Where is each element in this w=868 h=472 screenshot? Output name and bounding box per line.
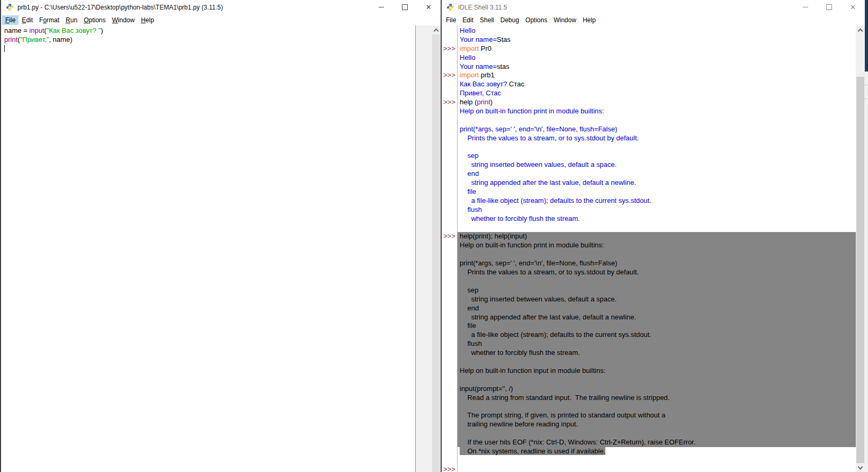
shell-prompt bbox=[442, 411, 458, 420]
scroll-down-button[interactable] bbox=[856, 463, 865, 472]
shell-line-text: string inserted between values, default … bbox=[458, 161, 856, 170]
shell-minimize-button[interactable] bbox=[793, 0, 817, 14]
editor-scrollbar-thumb[interactable] bbox=[432, 34, 440, 472]
shell-line: Read a string from standard input. The t… bbox=[442, 394, 856, 403]
shell-prompt bbox=[442, 340, 458, 349]
shell-line-text: Привет, Стас bbox=[458, 89, 856, 98]
shell-line-text: The prompt string, if given, is printed … bbox=[458, 411, 856, 420]
shell-line: sep bbox=[442, 152, 856, 161]
shell-prompt: >>> bbox=[442, 98, 458, 107]
shell-prompt bbox=[442, 215, 458, 224]
shell-prompt bbox=[442, 358, 458, 367]
editor-code-line bbox=[4, 44, 415, 54]
shell-line: end bbox=[442, 304, 856, 313]
editor-close-button[interactable]: ✕ bbox=[417, 0, 441, 14]
shell-line: input(prompt='', /) bbox=[442, 385, 856, 394]
shell-line bbox=[442, 224, 856, 233]
shell-prompt bbox=[442, 385, 458, 394]
shell-prompt bbox=[442, 89, 458, 98]
shell-line: a file-like object (stream); defaults to… bbox=[442, 197, 856, 206]
shell-line: file bbox=[442, 322, 856, 331]
shell-line-text: help (print) bbox=[458, 98, 856, 107]
maximize-icon bbox=[826, 4, 832, 10]
shell-prompt bbox=[442, 241, 458, 250]
shell-prompt bbox=[442, 429, 458, 438]
shell-line-text: sep bbox=[458, 152, 856, 161]
shell-line: Как Вас зовут? Стас bbox=[442, 80, 856, 89]
menu-help[interactable]: Help bbox=[579, 15, 599, 25]
shell-line-text: end bbox=[458, 304, 856, 313]
shell-prompt bbox=[442, 286, 458, 295]
shell-prompt bbox=[442, 456, 458, 465]
scroll-up-button[interactable] bbox=[856, 25, 865, 34]
shell-scrollbar[interactable] bbox=[856, 25, 865, 472]
shell-prompt bbox=[442, 438, 458, 447]
editor-minimize-button[interactable] bbox=[369, 0, 393, 14]
shell-line-text: string inserted between values, default … bbox=[458, 295, 856, 304]
menu-edit[interactable]: Edit bbox=[459, 15, 477, 25]
shell-line: sep bbox=[442, 286, 856, 295]
shell-prompt bbox=[442, 331, 458, 340]
editor-maximize-button[interactable] bbox=[393, 0, 417, 14]
shell-prompt bbox=[442, 80, 458, 89]
shell-prompt bbox=[442, 295, 458, 304]
text-caret bbox=[4, 45, 5, 52]
shell-line-text bbox=[458, 376, 856, 385]
shell-line-text: Your name=Stas bbox=[458, 35, 856, 44]
shell-line: The prompt string, if given, is printed … bbox=[442, 411, 856, 420]
shell-close-button[interactable]: ✕ bbox=[841, 0, 865, 14]
shell-line: Prints the values to a stream, or to sys… bbox=[442, 268, 856, 277]
editor-titlebar[interactable]: prb1.py - C:\Users\u522-17\Desktop\pytho… bbox=[1, 0, 441, 14]
shell-line bbox=[442, 250, 856, 259]
chevron-down-icon bbox=[858, 465, 863, 470]
shell-line bbox=[442, 358, 856, 367]
menu-help[interactable]: Help bbox=[138, 15, 157, 25]
editor-text-area[interactable]: name = input("Как Вас зовут? ")print("Пр… bbox=[1, 25, 416, 472]
shell-prompt bbox=[442, 107, 458, 116]
background-window-titlebar-edge bbox=[865, 0, 868, 72]
editor-code-line: name = input("Как Вас зовут? ") bbox=[4, 26, 415, 35]
scroll-up-button[interactable] bbox=[432, 25, 441, 34]
menu-options[interactable]: Options bbox=[80, 15, 109, 25]
shell-scrollbar-thumb[interactable] bbox=[856, 77, 864, 463]
shell-line-text: Hello bbox=[458, 26, 856, 35]
shell-text-area[interactable]: HelloYour name=Stas>>>import Pr0HelloYou… bbox=[442, 25, 856, 472]
menu-run[interactable]: Run bbox=[62, 15, 80, 25]
close-icon: ✕ bbox=[426, 4, 432, 11]
shell-line: print(*args, sep=' ', end='\n', file=Non… bbox=[442, 259, 856, 268]
shell-line-text: file bbox=[458, 322, 856, 331]
menu-file[interactable]: File bbox=[2, 15, 19, 25]
shell-line-text: whether to forcibly flush the stream. bbox=[458, 349, 856, 358]
menu-format[interactable]: Format bbox=[36, 15, 62, 25]
shell-window: IDLE Shell 3.11.5 ✕ FileEditShellDebugOp… bbox=[441, 0, 865, 472]
shell-line bbox=[442, 376, 856, 385]
menu-edit[interactable]: Edit bbox=[19, 15, 36, 25]
shell-line-text: flush bbox=[458, 206, 856, 215]
shell-prompt bbox=[442, 259, 458, 268]
shell-prompt bbox=[442, 250, 458, 259]
shell-menubar: FileEditShellDebugOptionsWindowHelp bbox=[442, 14, 865, 26]
shell-line: >>> bbox=[442, 465, 856, 472]
shell-maximize-button[interactable] bbox=[817, 0, 841, 14]
shell-line: Prints the values to a stream, or to sys… bbox=[442, 134, 856, 143]
menu-window[interactable]: Window bbox=[550, 15, 579, 25]
editor-scrollbar[interactable] bbox=[432, 25, 441, 472]
shell-prompt bbox=[442, 197, 458, 206]
shell-line-text: sep bbox=[458, 286, 856, 295]
python-file-icon bbox=[6, 3, 14, 11]
menu-shell[interactable]: Shell bbox=[477, 15, 497, 25]
shell-prompt bbox=[442, 268, 458, 277]
shell-line: file bbox=[442, 188, 856, 197]
shell-line: >>>help (print) bbox=[442, 98, 856, 107]
shell-line-text: Prints the values to a stream, or to sys… bbox=[458, 268, 856, 277]
menu-options[interactable]: Options bbox=[522, 15, 550, 25]
menu-debug[interactable]: Debug bbox=[497, 15, 522, 25]
shell-prompt bbox=[442, 367, 458, 376]
shell-titlebar[interactable]: IDLE Shell 3.11.5 ✕ bbox=[442, 0, 865, 14]
menu-window[interactable]: Window bbox=[109, 15, 138, 25]
shell-prompt: >>> bbox=[442, 71, 458, 80]
shell-line: Hello bbox=[442, 54, 856, 63]
menu-file[interactable]: File bbox=[443, 15, 459, 25]
maximize-icon bbox=[402, 4, 408, 10]
shell-prompt bbox=[442, 376, 458, 385]
